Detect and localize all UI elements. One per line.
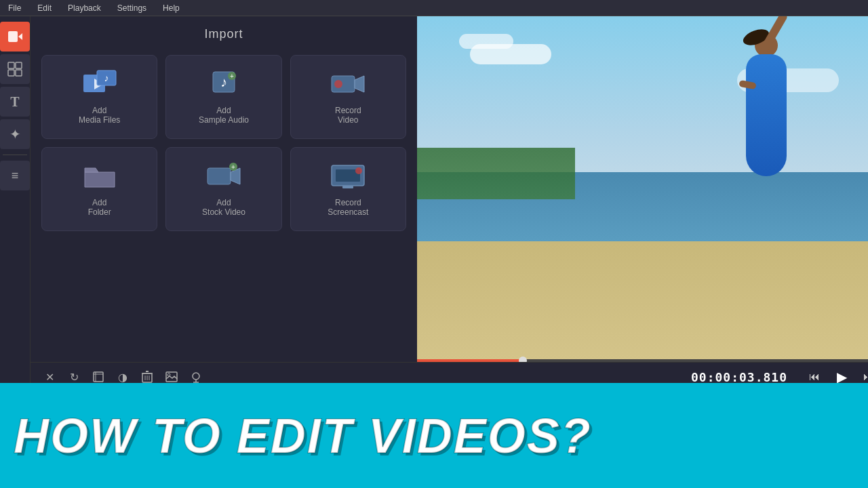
time-display: 00:00:03.810 xyxy=(691,370,787,384)
record-screencast-btn[interactable]: RecordScreencast xyxy=(290,147,406,231)
record-video-btn[interactable]: RecordVideo xyxy=(290,55,406,139)
add-media-files-btn[interactable]: ♪ AddMedia Files xyxy=(41,55,157,139)
svg-marker-1 xyxy=(18,33,22,40)
import-panel: Import ♪ AddMedia Files xyxy=(31,16,417,362)
svg-point-36 xyxy=(193,373,199,380)
add-sample-audio-btn[interactable]: ♪ + AddSample Audio xyxy=(165,55,281,139)
cloud-2 xyxy=(459,34,513,49)
add-folder-label: AddFolder xyxy=(88,198,111,217)
record-video-label: RecordVideo xyxy=(335,106,361,125)
beach-scene xyxy=(417,16,868,362)
menu-file[interactable]: File xyxy=(5,2,24,14)
vegetation xyxy=(417,148,575,200)
sidebar-text-btn[interactable]: T xyxy=(0,87,30,117)
svg-rect-17 xyxy=(208,168,231,184)
menu-playback[interactable]: Playback xyxy=(65,2,104,14)
import-title: Import xyxy=(41,27,406,41)
figure-body xyxy=(746,54,787,176)
import-grid: ♪ AddMedia Files ♪ + AddSample Audio xyxy=(41,55,406,231)
video-preview xyxy=(417,16,868,362)
svg-rect-3 xyxy=(16,62,22,68)
bottom-overlay-text: HOW TO EDIT VIDEOS? xyxy=(14,411,592,460)
add-stock-video-btn[interactable]: + AddStock Video xyxy=(165,147,281,231)
svg-point-24 xyxy=(355,167,362,174)
svg-point-16 xyxy=(334,80,342,88)
sidebar-divider xyxy=(3,155,27,155)
sand xyxy=(417,241,868,363)
svg-rect-4 xyxy=(8,70,14,76)
top-section: Import ♪ AddMedia Files xyxy=(31,16,868,362)
menu-settings[interactable]: Settings xyxy=(115,2,149,14)
sidebar-frames-btn[interactable] xyxy=(0,54,30,84)
menu-help[interactable]: Help xyxy=(160,2,182,14)
video-progress-bar[interactable] xyxy=(417,359,868,362)
add-sample-audio-label: AddSample Audio xyxy=(199,106,249,125)
svg-rect-2 xyxy=(8,62,14,68)
menu-bar: File Edit Playback Settings Help xyxy=(0,0,868,16)
svg-rect-0 xyxy=(8,31,18,42)
svg-text:+: + xyxy=(230,73,234,80)
video-progress-fill xyxy=(417,359,523,362)
sidebar-effects-btn[interactable]: ✦ xyxy=(0,119,30,149)
svg-text:♪: ♪ xyxy=(104,73,108,83)
svg-marker-15 xyxy=(355,76,364,92)
bottom-overlay: HOW TO EDIT VIDEOS? xyxy=(0,383,868,488)
sidebar-menu-btn[interactable]: ≡ xyxy=(0,161,30,190)
svg-text:♪: ♪ xyxy=(220,75,227,89)
sidebar-video-btn[interactable] xyxy=(0,22,30,52)
svg-rect-23 xyxy=(342,186,353,188)
record-screencast-label: RecordScreencast xyxy=(328,198,368,217)
svg-text:+: + xyxy=(231,163,235,171)
svg-rect-5 xyxy=(16,70,22,76)
video-progress-handle xyxy=(519,357,527,362)
add-folder-btn[interactable]: AddFolder xyxy=(41,147,157,231)
figure xyxy=(736,34,797,237)
add-stock-video-label: AddStock Video xyxy=(202,198,245,217)
add-media-files-label: AddMedia Files xyxy=(79,106,120,125)
menu-edit[interactable]: Edit xyxy=(35,2,54,14)
svg-rect-25 xyxy=(94,372,103,382)
